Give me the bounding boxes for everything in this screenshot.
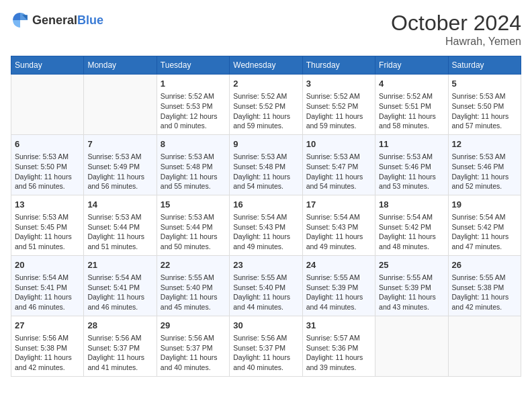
logo-icon <box>11 11 30 30</box>
day-info: Sunrise: 5:55 AMSunset: 5:39 PMDaylight:… <box>306 273 371 312</box>
title-block: October 2024 Hawrah, Yemen <box>391 11 521 48</box>
day-info: Sunrise: 5:54 AMSunset: 5:42 PMDaylight:… <box>379 212 444 252</box>
day-number: 22 <box>161 259 226 271</box>
day-info: Sunrise: 5:52 AMSunset: 5:52 PMDaylight:… <box>233 91 298 131</box>
day-number: 6 <box>15 138 80 150</box>
calendar-cell <box>375 316 448 376</box>
calendar-cell <box>84 75 157 135</box>
calendar-cell: 23Sunrise: 5:55 AMSunset: 5:40 PMDayligh… <box>230 255 302 316</box>
calendar-cell: 28Sunrise: 5:56 AMSunset: 5:37 PMDayligh… <box>84 316 157 376</box>
day-number: 28 <box>87 320 152 332</box>
day-info: Sunrise: 5:52 AMSunset: 5:51 PMDaylight:… <box>379 91 444 131</box>
day-info: Sunrise: 5:52 AMSunset: 5:52 PMDaylight:… <box>306 91 371 131</box>
day-info: Sunrise: 5:53 AMSunset: 5:45 PMDaylight:… <box>15 212 80 252</box>
calendar-week-row: 6Sunrise: 5:53 AMSunset: 5:50 PMDaylight… <box>11 134 521 195</box>
day-info: Sunrise: 5:52 AMSunset: 5:53 PMDaylight:… <box>161 91 226 131</box>
day-number: 25 <box>379 259 444 271</box>
day-number: 20 <box>15 259 80 271</box>
logo-text-blue: Blue <box>77 13 103 27</box>
calendar-cell: 25Sunrise: 5:55 AMSunset: 5:39 PMDayligh… <box>375 255 448 316</box>
calendar-cell: 27Sunrise: 5:56 AMSunset: 5:38 PMDayligh… <box>11 316 84 376</box>
day-number: 24 <box>306 259 371 271</box>
day-number: 5 <box>452 78 517 90</box>
logo: GeneralBlue <box>11 11 103 30</box>
day-info: Sunrise: 5:55 AMSunset: 5:38 PMDaylight:… <box>452 273 517 312</box>
day-info: Sunrise: 5:53 AMSunset: 5:46 PMDaylight:… <box>379 152 444 191</box>
day-number: 11 <box>379 138 444 150</box>
calendar-cell: 17Sunrise: 5:54 AMSunset: 5:43 PMDayligh… <box>302 195 375 255</box>
day-number: 12 <box>452 138 517 150</box>
calendar-week-row: 27Sunrise: 5:56 AMSunset: 5:38 PMDayligh… <box>11 316 521 376</box>
day-info: Sunrise: 5:55 AMSunset: 5:40 PMDaylight:… <box>233 273 298 312</box>
calendar-cell <box>11 75 84 135</box>
day-info: Sunrise: 5:54 AMSunset: 5:42 PMDaylight:… <box>452 212 517 252</box>
calendar-cell: 31Sunrise: 5:57 AMSunset: 5:36 PMDayligh… <box>302 316 375 376</box>
location-title: Hawrah, Yemen <box>391 36 521 48</box>
calendar-table: SundayMondayTuesdayWednesdayThursdayFrid… <box>11 56 521 377</box>
day-info: Sunrise: 5:55 AMSunset: 5:39 PMDaylight:… <box>379 273 444 312</box>
day-info: Sunrise: 5:54 AMSunset: 5:41 PMDaylight:… <box>15 273 80 312</box>
day-info: Sunrise: 5:53 AMSunset: 5:50 PMDaylight:… <box>15 152 80 191</box>
calendar-week-row: 1Sunrise: 5:52 AMSunset: 5:53 PMDaylight… <box>11 75 521 135</box>
day-info: Sunrise: 5:56 AMSunset: 5:37 PMDaylight:… <box>161 333 226 373</box>
day-info: Sunrise: 5:53 AMSunset: 5:49 PMDaylight:… <box>87 152 152 191</box>
weekday-header: Saturday <box>448 56 521 75</box>
day-number: 21 <box>87 259 152 271</box>
calendar-cell: 18Sunrise: 5:54 AMSunset: 5:42 PMDayligh… <box>375 195 448 255</box>
day-info: Sunrise: 5:53 AMSunset: 5:44 PMDaylight:… <box>161 212 226 252</box>
day-info: Sunrise: 5:53 AMSunset: 5:48 PMDaylight:… <box>233 152 298 191</box>
day-number: 27 <box>15 320 80 332</box>
day-number: 13 <box>15 199 80 211</box>
day-number: 30 <box>233 320 298 332</box>
day-number: 17 <box>306 199 371 211</box>
day-number: 4 <box>379 78 444 90</box>
day-number: 26 <box>452 259 517 271</box>
day-info: Sunrise: 5:55 AMSunset: 5:40 PMDaylight:… <box>161 273 226 312</box>
day-info: Sunrise: 5:57 AMSunset: 5:36 PMDaylight:… <box>306 333 371 373</box>
calendar-week-row: 13Sunrise: 5:53 AMSunset: 5:45 PMDayligh… <box>11 195 521 255</box>
calendar-cell: 11Sunrise: 5:53 AMSunset: 5:46 PMDayligh… <box>375 134 448 195</box>
day-info: Sunrise: 5:54 AMSunset: 5:43 PMDaylight:… <box>306 212 371 252</box>
calendar-cell: 7Sunrise: 5:53 AMSunset: 5:49 PMDaylight… <box>84 134 157 195</box>
calendar-cell: 5Sunrise: 5:53 AMSunset: 5:50 PMDaylight… <box>448 75 521 135</box>
calendar-cell: 9Sunrise: 5:53 AMSunset: 5:48 PMDaylight… <box>230 134 302 195</box>
calendar-week-row: 20Sunrise: 5:54 AMSunset: 5:41 PMDayligh… <box>11 255 521 316</box>
day-number: 15 <box>161 199 226 211</box>
weekday-header: Friday <box>375 56 448 75</box>
day-number: 10 <box>306 138 371 150</box>
calendar-cell: 22Sunrise: 5:55 AMSunset: 5:40 PMDayligh… <box>157 255 229 316</box>
weekday-header: Monday <box>84 56 157 75</box>
day-info: Sunrise: 5:53 AMSunset: 5:47 PMDaylight:… <box>306 152 371 191</box>
weekday-header: Tuesday <box>157 56 229 75</box>
logo-text-general: General <box>32 13 77 27</box>
day-info: Sunrise: 5:56 AMSunset: 5:37 PMDaylight:… <box>233 333 298 373</box>
calendar-cell: 29Sunrise: 5:56 AMSunset: 5:37 PMDayligh… <box>157 316 229 376</box>
day-number: 3 <box>306 78 371 90</box>
day-number: 23 <box>233 259 298 271</box>
day-info: Sunrise: 5:54 AMSunset: 5:43 PMDaylight:… <box>233 212 298 252</box>
day-number: 8 <box>161 138 226 150</box>
calendar-cell <box>448 316 521 376</box>
month-title: October 2024 <box>391 11 521 36</box>
calendar-cell: 15Sunrise: 5:53 AMSunset: 5:44 PMDayligh… <box>157 195 229 255</box>
calendar-cell: 12Sunrise: 5:53 AMSunset: 5:46 PMDayligh… <box>448 134 521 195</box>
day-number: 2 <box>233 78 298 90</box>
calendar-cell: 16Sunrise: 5:54 AMSunset: 5:43 PMDayligh… <box>230 195 302 255</box>
calendar-cell: 4Sunrise: 5:52 AMSunset: 5:51 PMDaylight… <box>375 75 448 135</box>
calendar-cell: 8Sunrise: 5:53 AMSunset: 5:48 PMDaylight… <box>157 134 229 195</box>
calendar-cell: 13Sunrise: 5:53 AMSunset: 5:45 PMDayligh… <box>11 195 84 255</box>
calendar-cell: 2Sunrise: 5:52 AMSunset: 5:52 PMDaylight… <box>230 75 302 135</box>
day-info: Sunrise: 5:56 AMSunset: 5:38 PMDaylight:… <box>15 333 80 373</box>
calendar-cell: 14Sunrise: 5:53 AMSunset: 5:44 PMDayligh… <box>84 195 157 255</box>
day-number: 31 <box>306 320 371 332</box>
day-info: Sunrise: 5:56 AMSunset: 5:37 PMDaylight:… <box>87 333 152 373</box>
page-header: GeneralBlue October 2024 Hawrah, Yemen <box>11 11 521 48</box>
weekday-header: Sunday <box>11 56 84 75</box>
day-number: 18 <box>379 199 444 211</box>
day-number: 1 <box>161 78 226 90</box>
calendar-cell: 26Sunrise: 5:55 AMSunset: 5:38 PMDayligh… <box>448 255 521 316</box>
calendar-cell: 30Sunrise: 5:56 AMSunset: 5:37 PMDayligh… <box>230 316 302 376</box>
calendar-cell: 20Sunrise: 5:54 AMSunset: 5:41 PMDayligh… <box>11 255 84 316</box>
day-info: Sunrise: 5:54 AMSunset: 5:41 PMDaylight:… <box>87 273 152 312</box>
day-info: Sunrise: 5:53 AMSunset: 5:50 PMDaylight:… <box>452 91 517 131</box>
